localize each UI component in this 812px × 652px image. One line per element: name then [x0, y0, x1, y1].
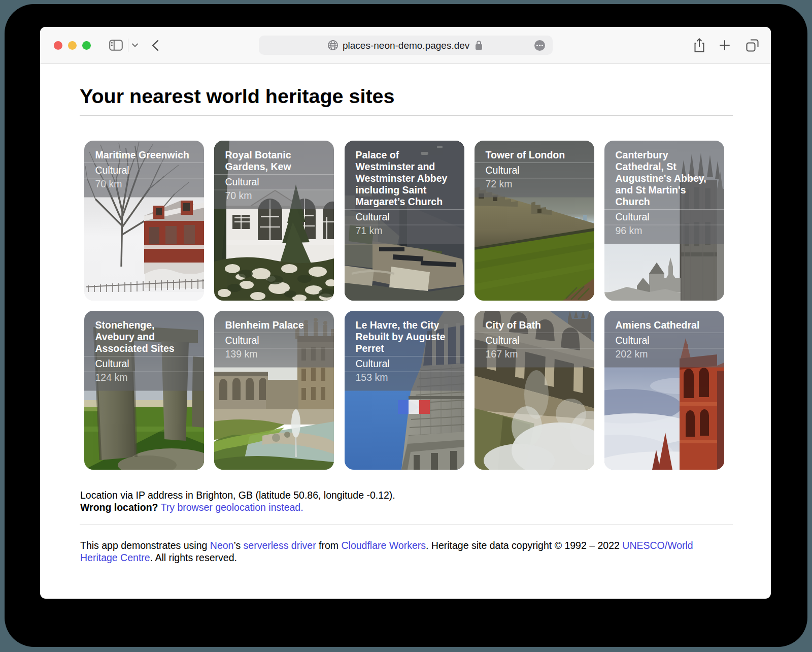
svg-text:70 km: 70 km [95, 178, 122, 189]
svg-text:72 km: 72 km [486, 178, 513, 189]
svg-text:Cultural: Cultural [486, 335, 520, 346]
svg-text:Church: Church [616, 196, 650, 207]
svg-text:Cultural: Cultural [95, 358, 129, 369]
svg-text:Cultural: Cultural [356, 358, 390, 369]
svg-text:and St Martin's: and St Martin's [616, 184, 686, 195]
svg-text:City of Bath: City of Bath [486, 319, 541, 331]
svg-text:Associated Sites: Associated Sites [95, 343, 175, 354]
svg-text:Cultural: Cultural [356, 211, 390, 222]
svg-text:Perret: Perret [356, 343, 385, 354]
svg-text:124 km: 124 km [95, 372, 128, 383]
svg-text:71 km: 71 km [356, 225, 383, 236]
svg-text:Westminster and: Westminster and [356, 161, 435, 172]
svg-text:96 km: 96 km [616, 225, 642, 236]
svg-text:Tower of London: Tower of London [486, 149, 565, 160]
svg-text:70 km: 70 km [225, 190, 252, 201]
svg-text:153 km: 153 km [356, 372, 388, 383]
svg-text:Cultural: Cultural [225, 335, 259, 346]
svg-text:Royal Botanic: Royal Botanic [225, 149, 291, 160]
svg-text:Palace of: Palace of [356, 149, 399, 160]
svg-text:Cultural: Cultural [616, 335, 650, 346]
svg-text:Blenheim Palace: Blenheim Palace [225, 319, 304, 331]
svg-text:Stonehenge,: Stonehenge, [95, 319, 155, 331]
svg-text:Cultural: Cultural [225, 176, 259, 187]
svg-text:Cultural: Cultural [616, 211, 650, 222]
svg-text:Margaret’s Church: Margaret’s Church [356, 196, 443, 207]
svg-text:139 km: 139 km [225, 348, 258, 360]
svg-text:Avebury and: Avebury and [95, 331, 155, 342]
svg-text:Maritime Greenwich: Maritime Greenwich [95, 149, 189, 160]
svg-text:Gardens, Kew: Gardens, Kew [225, 161, 292, 172]
svg-text:202 km: 202 km [616, 348, 648, 360]
svg-text:Amiens Cathedral: Amiens Cathedral [616, 319, 700, 331]
svg-text:Cathedral, St: Cathedral, St [616, 161, 677, 172]
svg-text:167 km: 167 km [486, 348, 518, 360]
svg-text:Canterbury: Canterbury [616, 149, 668, 160]
svg-text:including Saint: including Saint [356, 184, 427, 195]
svg-text:Cultural: Cultural [95, 165, 129, 176]
svg-text:Cultural: Cultural [486, 165, 520, 176]
svg-text:Westminster Abbey: Westminster Abbey [356, 173, 448, 184]
svg-text:Rebuilt by Auguste: Rebuilt by Auguste [356, 331, 446, 342]
svg-text:Le Havre, the City: Le Havre, the City [356, 319, 439, 331]
svg-text:Augustine's Abbey,: Augustine's Abbey, [616, 173, 706, 184]
